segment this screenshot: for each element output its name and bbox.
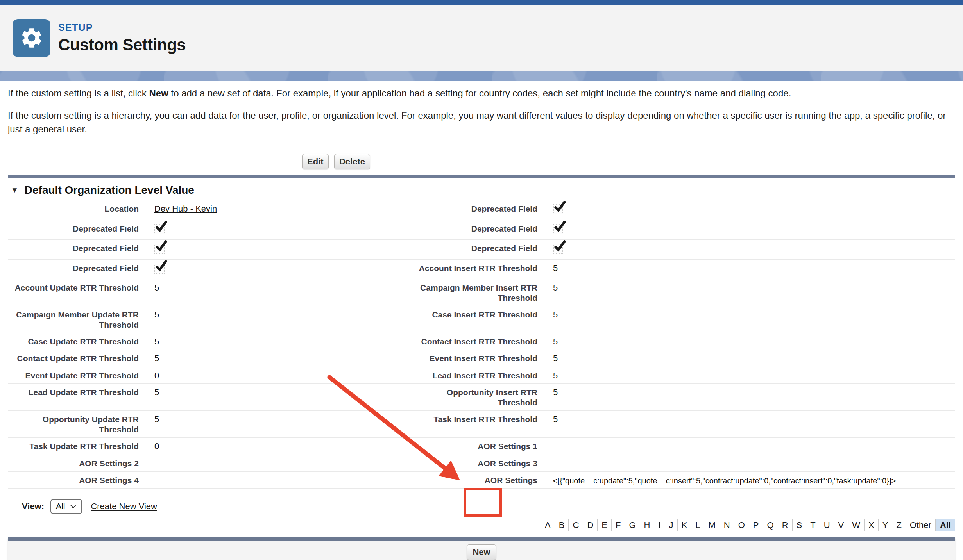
alpha-filter-a[interactable]: A — [541, 519, 555, 531]
alpha-filter-u[interactable]: U — [820, 519, 834, 531]
alpha-filter-all[interactable]: All — [936, 519, 955, 531]
field-label: Case Insert RTR Threshold — [406, 309, 553, 330]
field-cell: Deprecated Field — [406, 200, 955, 219]
field-value: 5 — [553, 262, 558, 276]
field-label: Opportunity Insert RTR Threshold — [406, 387, 553, 408]
field-value: 5 — [553, 309, 558, 330]
field-row: Event Update RTR Threshold0Lead Insert R… — [8, 367, 955, 384]
field-cell: Deprecated Field — [406, 240, 955, 259]
alpha-filter-x[interactable]: X — [865, 519, 879, 531]
field-row: Opportunity Update RTR Threshold5Task In… — [8, 411, 955, 438]
page-title: Custom Settings — [58, 36, 186, 54]
field-cell: Account Insert RTR Threshold5 — [406, 260, 955, 279]
alpha-filter-f[interactable]: F — [612, 519, 625, 531]
alpha-filter-l[interactable]: L — [691, 519, 704, 531]
intro-paragraph-hierarchy: If the custom setting is a hierarchy, yo… — [8, 109, 955, 136]
list-section-top-bar — [8, 537, 955, 541]
alpha-filter-z[interactable]: Z — [892, 519, 906, 531]
field-value — [154, 223, 165, 237]
records-list-section: New Setup Owner↑ Location No records to … — [8, 537, 955, 560]
alpha-filter-p[interactable]: P — [749, 519, 763, 531]
field-label: Deprecated Field — [406, 243, 553, 256]
view-select[interactable]: All — [50, 499, 82, 514]
location-link[interactable]: Dev Hub - Kevin — [154, 204, 217, 214]
setup-eyebrow: SETUP — [58, 22, 186, 33]
field-cell: Campaign Member Insert RTR Threshold5 — [406, 279, 955, 306]
new-button[interactable]: New — [467, 544, 496, 560]
field-value: 5 — [553, 282, 558, 303]
alpha-filter-w[interactable]: W — [848, 519, 865, 531]
alpha-filter-q[interactable]: Q — [763, 519, 778, 531]
field-cell: Deprecated Field — [8, 220, 406, 239]
field-value: 5 — [154, 414, 159, 435]
alpha-filter-y[interactable]: Y — [879, 519, 893, 531]
field-row: Campaign Member Update RTR Threshold5Cas… — [8, 306, 955, 333]
collapse-triangle-icon[interactable]: ▼ — [11, 186, 18, 194]
delete-button[interactable]: Delete — [334, 154, 370, 169]
field-label: Campaign Member Insert RTR Threshold — [406, 282, 553, 303]
field-label: Task Update RTR Threshold — [8, 441, 154, 451]
checked-checkbox-icon — [553, 204, 563, 214]
alpha-filter-r[interactable]: R — [778, 519, 793, 531]
checked-checkbox-icon — [154, 264, 165, 274]
field-row: Task Update RTR Threshold0AOR Settings 1 — [8, 438, 955, 455]
field-label: Event Insert RTR Threshold — [406, 353, 553, 364]
alpha-filter-g[interactable]: G — [625, 519, 640, 531]
custom-settings-page: SETUP Custom Settings If the custom sett… — [0, 0, 963, 560]
field-cell: Task Update RTR Threshold0 — [8, 438, 406, 454]
field-cell: Opportunity Update RTR Threshold5 — [8, 411, 406, 437]
alpha-filter-o[interactable]: O — [734, 519, 749, 531]
alpha-filter-e[interactable]: E — [598, 519, 612, 531]
alpha-filter-d[interactable]: D — [583, 519, 598, 531]
alpha-filter-n[interactable]: N — [720, 519, 734, 531]
alpha-filter-b[interactable]: B — [555, 519, 569, 531]
field-row: AOR Settings 4AOR Settings<[{"quote__c:u… — [8, 472, 955, 489]
view-select-value: All — [56, 501, 65, 511]
field-value: 5 — [154, 282, 159, 303]
field-label: Deprecated Field — [406, 223, 553, 237]
field-cell: Deprecated Field — [8, 260, 406, 279]
alphabet-index-bar: ABCDEFGHIJKLMNOPQRSTUVWXYZOtherAll — [8, 519, 955, 534]
field-cell: Opportunity Insert RTR Threshold5 — [406, 384, 955, 410]
checked-checkbox-icon — [553, 244, 563, 254]
detail-action-buttons: Edit Delete — [8, 154, 664, 169]
edit-button[interactable]: Edit — [302, 154, 329, 169]
alpha-filter-v[interactable]: V — [834, 519, 848, 531]
alpha-filter-j[interactable]: J — [665, 519, 678, 531]
alpha-filter-t[interactable]: T — [806, 519, 820, 531]
alpha-filter-s[interactable]: S — [793, 519, 807, 531]
field-label: Account Insert RTR Threshold — [406, 262, 553, 276]
field-value: 0 — [154, 370, 159, 381]
top-accent-bar — [0, 0, 963, 5]
field-cell: Deprecated Field — [406, 220, 955, 239]
intro-paragraph-list: If the custom setting is a list, click N… — [8, 87, 955, 100]
alpha-filter-other[interactable]: Other — [906, 519, 936, 531]
decorative-banner — [0, 71, 963, 81]
field-label: AOR Settings — [406, 474, 553, 485]
field-label: Account Update RTR Threshold — [8, 282, 154, 303]
main-content: If the custom setting is a list, click N… — [0, 87, 963, 560]
field-row: LocationDev Hub - KevinDeprecated Field — [8, 200, 955, 220]
field-cell: Lead Update RTR Threshold5 — [8, 384, 406, 410]
field-label: Lead Update RTR Threshold — [8, 387, 154, 408]
intro-bold-new: New — [149, 88, 168, 98]
field-value — [553, 223, 563, 237]
field-cell: Event Update RTR Threshold0 — [8, 367, 406, 383]
alpha-filter-c[interactable]: C — [569, 519, 583, 531]
alpha-filter-h[interactable]: H — [640, 519, 655, 531]
field-cell: Contact Insert RTR Threshold5 — [406, 333, 955, 350]
view-label: View: — [22, 501, 44, 512]
field-cell: AOR Settings 2 — [8, 455, 406, 471]
alpha-filter-k[interactable]: K — [678, 519, 692, 531]
field-label: Case Update RTR Threshold — [8, 336, 154, 347]
create-new-view-link[interactable]: Create New View — [91, 501, 157, 512]
field-row: Account Update RTR Threshold5Campaign Me… — [8, 279, 955, 306]
field-cell: AOR Settings 4 — [8, 472, 406, 488]
field-label: Opportunity Update RTR Threshold — [8, 414, 154, 435]
field-label: AOR Settings 3 — [406, 458, 553, 469]
alpha-filter-i[interactable]: I — [654, 519, 665, 531]
alpha-filter-m[interactable]: M — [704, 519, 720, 531]
section-header[interactable]: ▼ Default Organization Level Value — [8, 184, 955, 196]
field-cell: AOR Settings<[{"quote__c:update":5,"quot… — [406, 472, 955, 488]
field-value: 5 — [154, 309, 159, 330]
